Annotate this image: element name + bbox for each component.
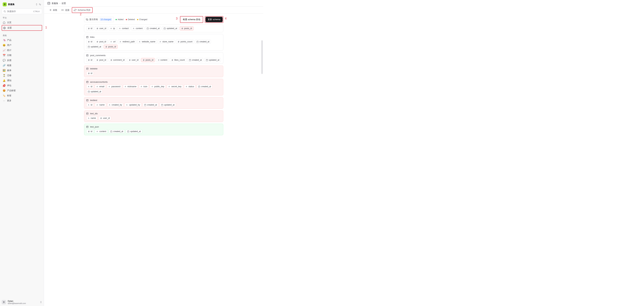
column-chip[interactable]: password (107, 85, 122, 89)
column-chip[interactable]: updated_at (160, 103, 176, 107)
user-email: dylan@basemulti.com (8, 302, 38, 304)
sidebar-item-table[interactable]: 🦄产品 (2, 38, 42, 43)
column-chip[interactable]: created_by (107, 103, 124, 107)
sidebar-item-table[interactable]: 🖼️媒体 (2, 68, 42, 73)
column-chip[interactable]: updated_at (86, 45, 103, 49)
hash-icon (88, 130, 90, 132)
sidebar-item-table[interactable]: ⏳迁移 (2, 73, 42, 78)
column-chip[interactable]: post_id (95, 40, 108, 44)
column-chip[interactable]: icon (139, 85, 149, 89)
column-chip[interactable]: posts_id (141, 58, 155, 62)
column-chip[interactable]: id (86, 129, 94, 133)
column-chip[interactable]: user_id (98, 116, 112, 120)
column-name: likes_count (174, 59, 185, 61)
column-chip[interactable]: updated_at (204, 58, 221, 62)
column-chip[interactable]: store_name (158, 40, 175, 44)
column-chip[interactable]: email (95, 85, 106, 89)
quick-search[interactable]: 快捷操作 CTRLK (2, 9, 42, 14)
column-chip[interactable]: public_key (150, 85, 166, 89)
column-chip[interactable]: id (86, 85, 94, 89)
tab-connection[interactable]: 连接 (60, 8, 71, 13)
column-chip[interactable]: content (156, 58, 169, 62)
column-chip[interactable]: content (95, 129, 108, 133)
emoji-icon: 📅 (3, 54, 5, 57)
svg-point-9 (62, 10, 62, 11)
column-chip[interactable]: id (86, 58, 94, 62)
table-name: accouaccountsnts (90, 81, 108, 83)
workspace-name: 新趣集 (8, 3, 34, 6)
chevron-up-down-icon[interactable] (40, 301, 42, 303)
svg-rect-60 (86, 54, 88, 56)
column-chip[interactable]: user_id (127, 58, 140, 62)
sidebar-item-table[interactable]: 😀用户 (2, 43, 42, 48)
column-chip[interactable]: created_at (196, 85, 212, 89)
annotation-4: 4 (225, 17, 226, 20)
column-name: created_at (150, 27, 160, 30)
column-chip[interactable]: id (86, 26, 94, 30)
column-chip[interactable]: updated_at (162, 26, 179, 30)
column-chip[interactable]: id (86, 71, 94, 75)
column-chip[interactable]: name (86, 116, 98, 120)
column-chip[interactable]: url (109, 40, 117, 44)
svg-line-31 (182, 28, 182, 29)
column-chip[interactable]: nickname (123, 85, 138, 89)
column-chip[interactable]: created_at (109, 129, 125, 133)
sidebar-item-table[interactable]: 💬反馈 (2, 58, 42, 63)
column-chip[interactable]: comment_id (109, 58, 126, 62)
column-chip[interactable]: created_at (142, 103, 158, 107)
sidebar-item-more[interactable]: ··· 更多 (2, 98, 42, 103)
column-chip[interactable]: points_count (176, 40, 194, 44)
sidebar-item-table[interactable]: 🔗链接 (2, 63, 42, 68)
svg-line-92 (172, 59, 173, 61)
tab-schema-sync[interactable]: Schema 同步 (72, 7, 92, 13)
sidebar-item-table[interactable]: 🏷️标签 (2, 93, 42, 98)
list-icon (49, 9, 52, 11)
column-chip[interactable]: user_id (95, 26, 108, 30)
column-chip[interactable]: status (184, 85, 196, 89)
column-chip[interactable]: updated_at (126, 129, 142, 133)
table-icon (86, 36, 88, 38)
column-chip[interactable]: content (131, 26, 144, 30)
column-chip[interactable]: id (86, 40, 94, 44)
column-chip[interactable]: post_id (95, 58, 108, 62)
column-chip[interactable]: created_at (195, 40, 211, 44)
chevron-up-down-icon[interactable] (36, 3, 38, 6)
tab-tables[interactable]: 表格 (47, 8, 59, 13)
column-chip[interactable]: ip (109, 26, 116, 30)
column-chip[interactable]: likes_count (170, 58, 186, 62)
scrollbar[interactable] (262, 24, 262, 118)
column-chip[interactable]: posts_id (104, 45, 118, 49)
breadcrumb-root[interactable]: 新趣集 (52, 2, 58, 5)
column-chip[interactable]: posts_id (180, 26, 194, 30)
show-all-toggle[interactable]: 显示所有 10 changed (84, 17, 114, 22)
column-chip[interactable]: name (95, 103, 106, 107)
sidebar-item-settings[interactable]: 设置 (2, 25, 42, 31)
sidebar-item-table[interactable]: 📈统计 (2, 48, 42, 53)
column-name: icon (144, 85, 147, 88)
column-chip[interactable]: created_at (145, 26, 161, 30)
undo-icon[interactable] (39, 3, 41, 6)
column-chip[interactable]: secret_key (167, 85, 183, 89)
sidebar-item-table[interactable]: 📅日期 (2, 53, 42, 58)
check-schema-button[interactable]: 检查 schema 变动 (181, 17, 203, 22)
column-chip[interactable]: contact (118, 26, 130, 30)
calendar-icon (110, 130, 112, 132)
text-icon (88, 117, 90, 119)
column-chip[interactable]: website_name (137, 40, 157, 44)
column-chip[interactable]: updated_at (86, 90, 103, 94)
scrollbar-thumb[interactable] (262, 40, 262, 74)
sidebar-item-home[interactable]: 主页 (2, 20, 42, 25)
column-chip[interactable]: id (86, 103, 94, 107)
workspace-switcher[interactable]: 新 新趣集 (2, 2, 42, 7)
column-chip[interactable]: redirect_path (118, 40, 136, 44)
update-schema-button[interactable]: 更新 schema (206, 17, 222, 22)
sidebar-item-table[interactable]: 💋评论 (2, 83, 42, 88)
svg-point-0 (4, 11, 5, 12)
column-name: updated_at (164, 104, 175, 106)
column-chip[interactable]: updated_by (124, 103, 142, 107)
sidebar-item-table[interactable]: 🤩产品标签 (2, 88, 42, 93)
column-chip[interactable]: created_at (188, 58, 203, 62)
user-menu[interactable]: D Dylan dylan@basemulti.com (0, 298, 44, 306)
svg-line-58 (106, 46, 106, 48)
sidebar-item-table[interactable]: 🔔通知 (2, 78, 42, 83)
